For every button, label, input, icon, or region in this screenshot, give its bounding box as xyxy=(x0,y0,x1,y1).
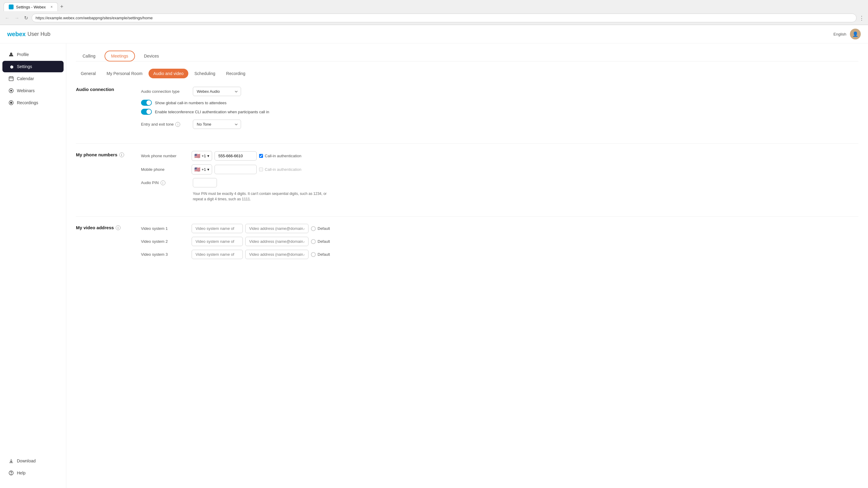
sidebar-main: Profile Settings xyxy=(0,48,66,455)
video-system-3-name-input[interactable] xyxy=(192,250,243,259)
sub-tab-scheduling[interactable]: Scheduling xyxy=(189,69,220,78)
video-system-2-row: Video system 2 Default xyxy=(141,237,858,246)
work-phone-country-select[interactable]: 🇺🇸 +1 ▾ xyxy=(192,151,212,161)
svg-rect-1 xyxy=(9,77,13,81)
toggle2[interactable] xyxy=(141,109,152,115)
sidebar-item-settings[interactable]: Settings xyxy=(2,61,64,72)
sidebar-settings-label: Settings xyxy=(17,64,32,69)
video-system-1-row: Video system 1 Default xyxy=(141,224,858,233)
video-system-1-default[interactable]: Default xyxy=(311,226,330,231)
back-button[interactable]: ← xyxy=(4,14,11,22)
recordings-icon xyxy=(8,100,14,105)
sidebar-item-profile[interactable]: Profile xyxy=(2,49,64,60)
entry-exit-select[interactable]: No Tone xyxy=(193,120,241,129)
video-system-3-default[interactable]: Default xyxy=(311,252,330,257)
mobile-phone-auth-checkbox[interactable] xyxy=(259,167,263,172)
entry-exit-info-icon[interactable]: i xyxy=(175,122,180,127)
sidebar-recordings-label: Recordings xyxy=(17,100,38,105)
browser-chrome: Settings - Webex × + ← → ↻ ⋮ xyxy=(0,0,868,25)
video-system-2-radio[interactable] xyxy=(311,239,316,244)
audio-connection-title: Audio connection xyxy=(76,87,136,132)
tab-meetings[interactable]: Meetings xyxy=(104,51,135,61)
browser-menu-button[interactable]: ⋮ xyxy=(859,15,864,21)
work-phone-chevron-icon: ▾ xyxy=(207,154,209,158)
video-address-section: My video address i Video system 1 xyxy=(76,224,858,263)
sub-tab-recording[interactable]: Recording xyxy=(221,69,250,78)
video-system-2-name-input[interactable] xyxy=(192,237,243,246)
sidebar-item-webinars[interactable]: Webinars xyxy=(2,85,64,96)
help-icon xyxy=(8,470,14,476)
sidebar-calendar-label: Calendar xyxy=(17,76,34,81)
new-tab-button[interactable]: + xyxy=(60,4,64,10)
language-selector[interactable]: English xyxy=(833,32,846,36)
video-address-info-icon[interactable]: i xyxy=(116,225,121,230)
work-phone-auth-label: Call-in authentication xyxy=(265,154,301,158)
refresh-button[interactable]: ↻ xyxy=(23,14,29,22)
work-phone-label: Work phone number xyxy=(141,154,189,158)
section-divider-2 xyxy=(76,216,858,217)
browser-tabs: Settings - Webex × + xyxy=(4,2,864,11)
sub-tab-audio-video[interactable]: Audio and video xyxy=(149,69,188,78)
webex-logo-icon: webex xyxy=(7,31,26,38)
top-tabs: Calling Meetings Devices xyxy=(76,51,858,61)
browser-nav: ← → ↻ ⋮ xyxy=(4,13,864,22)
sidebar-help-label: Help xyxy=(17,470,26,475)
sidebar-item-help[interactable]: Help xyxy=(2,467,64,479)
audio-connection-section: Audio connection Audio connection type W… xyxy=(76,87,858,132)
toggle1[interactable] xyxy=(141,100,152,106)
sidebar-item-download[interactable]: Download xyxy=(2,455,64,467)
video-system-2-address-input[interactable] xyxy=(245,237,309,246)
tab-calling[interactable]: Calling xyxy=(76,51,102,61)
mobile-phone-input[interactable] xyxy=(215,165,257,174)
video-system-1-address-input[interactable] xyxy=(245,224,309,233)
phone-numbers-title: My phone numbers i xyxy=(76,151,136,157)
video-system-3-address-input[interactable] xyxy=(245,250,309,259)
connection-type-label: Audio connection type xyxy=(141,89,189,94)
toggle1-label: Show global call-in numbers to attendees xyxy=(155,101,226,105)
video-address-content: Video system 1 Default Video system 2 xyxy=(141,224,858,263)
mobile-phone-code: +1 xyxy=(202,167,206,172)
pin-hint-text: Your PIN must be exactly 4 digits. It ca… xyxy=(193,191,329,202)
work-phone-input[interactable] xyxy=(215,151,257,160)
work-phone-auth-checkbox[interactable] xyxy=(259,154,263,158)
phone-numbers-info-icon[interactable]: i xyxy=(119,152,124,157)
connection-type-select[interactable]: Webex Audio xyxy=(193,87,241,96)
sub-tab-personal-room[interactable]: My Personal Room xyxy=(102,69,147,78)
work-phone-flag: 🇺🇸 xyxy=(194,153,200,159)
pin-info-icon[interactable]: i xyxy=(161,180,165,185)
video-system-2-default-label: Default xyxy=(317,239,330,244)
video-system-3-label: Video system 3 xyxy=(141,252,189,257)
sidebar-item-calendar[interactable]: Calendar xyxy=(2,73,64,84)
sidebar-download-label: Download xyxy=(17,458,36,463)
forward-button[interactable]: → xyxy=(13,14,21,22)
video-system-1-name-input[interactable] xyxy=(192,224,243,233)
video-system-2-default[interactable]: Default xyxy=(311,239,330,244)
phone-numbers-content: Work phone number 🇺🇸 +1 ▾ Call-in authen… xyxy=(141,151,858,206)
audio-pin-label: Audio PIN i xyxy=(141,180,189,185)
sub-tab-general[interactable]: General xyxy=(76,69,101,78)
audio-pin-input[interactable] xyxy=(193,178,217,187)
mobile-phone-country-select[interactable]: 🇺🇸 +1 ▾ xyxy=(192,164,212,175)
video-system-3-radio[interactable] xyxy=(311,252,316,257)
mobile-phone-auth-row: Call-in authentication xyxy=(259,167,301,172)
video-system-1-radio[interactable] xyxy=(311,226,316,231)
video-address-title-area: My video address i xyxy=(76,224,136,263)
video-system-3-row: Video system 3 Default xyxy=(141,250,858,259)
toggle1-row: Show global call-in numbers to attendees xyxy=(141,100,858,106)
tab-favicon xyxy=(9,4,13,9)
calendar-icon xyxy=(8,76,14,81)
mobile-phone-chevron-icon: ▾ xyxy=(207,167,209,172)
app-header: webex User Hub English 👤 xyxy=(0,25,868,43)
content-area: Calling Meetings Devices General My Pers… xyxy=(66,43,868,488)
toggle2-row: Enable teleconference CLI authentication… xyxy=(141,109,858,115)
sidebar-item-recordings[interactable]: Recordings xyxy=(2,97,64,109)
sidebar-bottom: Download Help xyxy=(0,455,66,484)
pin-hint-container: Your PIN must be exactly 4 digits. It ca… xyxy=(193,189,329,202)
connection-type-row: Audio connection type Webex Audio xyxy=(141,87,858,96)
tab-devices[interactable]: Devices xyxy=(137,51,166,61)
tab-close-button[interactable]: × xyxy=(51,5,53,9)
sub-tabs: General My Personal Room Audio and video… xyxy=(76,69,858,78)
address-bar[interactable] xyxy=(32,13,857,22)
toggle2-label: Enable teleconference CLI authentication… xyxy=(155,110,269,114)
user-avatar[interactable]: 👤 xyxy=(850,29,861,39)
